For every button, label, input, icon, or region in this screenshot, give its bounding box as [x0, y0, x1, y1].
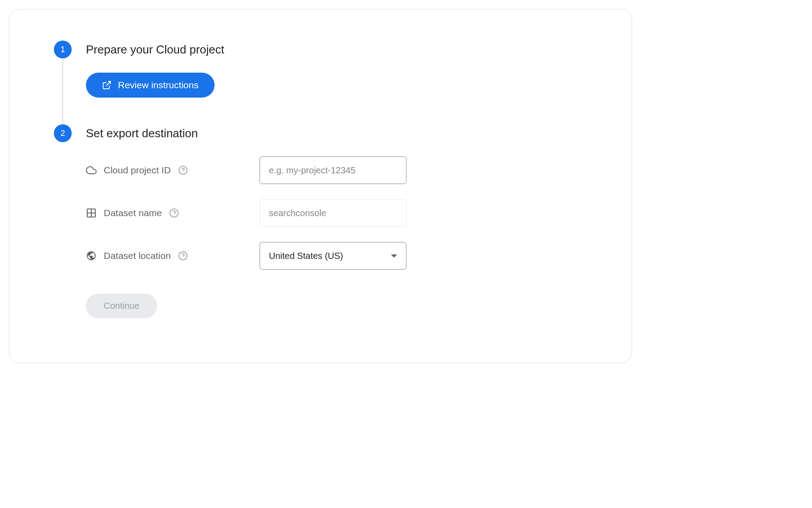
svg-line-0	[106, 82, 110, 86]
project-id-input[interactable]	[260, 156, 406, 184]
review-instructions-button[interactable]: Review instructions	[86, 73, 215, 98]
project-id-label-group: Cloud project ID	[86, 165, 260, 176]
step-2-title: Set export destination	[86, 124, 587, 142]
open-in-new-icon	[102, 80, 112, 90]
step-2: 2 Set export destination Cloud project I…	[54, 124, 587, 327]
dataset-name-input	[260, 199, 406, 227]
review-instructions-label: Review instructions	[118, 80, 199, 90]
dataset-location-selected: United States (US)	[269, 251, 343, 261]
step-2-number: 2	[61, 129, 65, 138]
step-connector-line	[62, 58, 63, 129]
help-icon[interactable]	[178, 251, 188, 261]
continue-button: Continue	[86, 294, 157, 318]
dataset-name-label-group: Dataset name	[86, 208, 260, 218]
step-1-title: Prepare your Cloud project	[86, 41, 587, 58]
setup-card: 1 Prepare your Cloud project Review inst…	[9, 9, 632, 363]
step-2-content: Cloud project ID	[86, 156, 587, 327]
dataset-location-label: Dataset location	[104, 250, 171, 261]
continue-label: Continue	[104, 301, 139, 311]
help-icon[interactable]	[178, 165, 188, 175]
dataset-icon	[86, 208, 97, 218]
project-id-label: Cloud project ID	[104, 165, 171, 176]
step-1: 1 Prepare your Cloud project Review inst…	[54, 41, 587, 124]
cloud-icon	[86, 165, 97, 176]
dataset-location-select-wrap: United States (US)	[260, 242, 406, 270]
project-id-row: Cloud project ID	[86, 156, 587, 184]
dataset-location-row: Dataset location United States (US)	[86, 242, 587, 270]
globe-icon	[86, 250, 97, 261]
help-icon[interactable]	[169, 208, 179, 218]
step-2-badge: 2	[54, 124, 72, 142]
stepper: 1 Prepare your Cloud project Review inst…	[54, 41, 587, 327]
chevron-down-icon	[391, 254, 397, 258]
dataset-location-label-group: Dataset location	[86, 250, 260, 261]
step-1-content: Review instructions	[86, 73, 587, 107]
step-1-badge: 1	[54, 41, 72, 58]
dataset-location-select[interactable]: United States (US)	[260, 242, 406, 270]
dataset-name-label: Dataset name	[104, 208, 162, 218]
step-1-number: 1	[61, 45, 65, 54]
dataset-name-row: Dataset name	[86, 199, 587, 227]
